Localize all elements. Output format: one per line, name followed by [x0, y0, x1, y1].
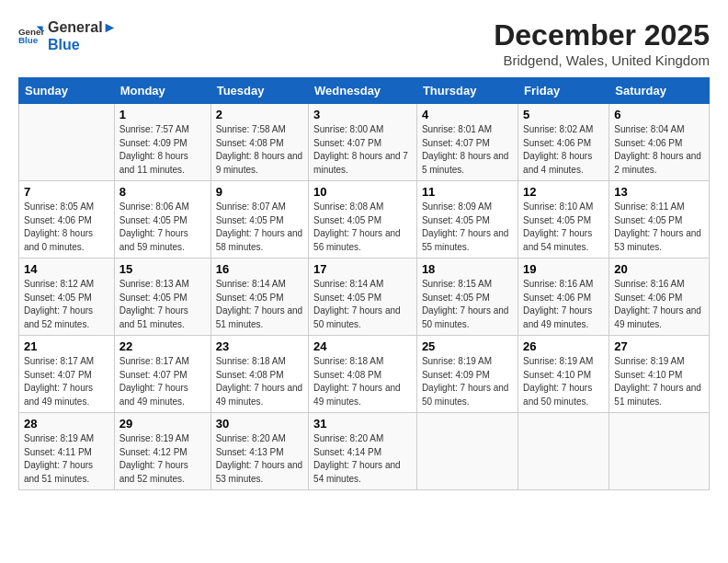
- day-number: 7: [24, 185, 109, 199]
- day-number: 24: [313, 339, 412, 353]
- day-number: 31: [313, 417, 412, 431]
- day-cell: 29Sunrise: 8:19 AMSunset: 4:12 PMDayligh…: [114, 413, 210, 490]
- day-number: 28: [24, 417, 109, 431]
- day-info: Sunrise: 8:06 AMSunset: 4:05 PMDaylight:…: [119, 201, 206, 254]
- header: General Blue General► Blue December 2025…: [18, 18, 710, 68]
- day-cell: [19, 104, 115, 181]
- day-number: 17: [313, 262, 412, 276]
- day-info: Sunrise: 8:12 AMSunset: 4:05 PMDaylight:…: [24, 278, 109, 331]
- day-info: Sunrise: 8:13 AMSunset: 4:05 PMDaylight:…: [119, 278, 206, 331]
- day-info: Sunrise: 8:07 AMSunset: 4:05 PMDaylight:…: [216, 201, 303, 254]
- day-number: 9: [216, 185, 303, 199]
- logo-icon: General Blue: [18, 23, 44, 49]
- week-row-2: 14Sunrise: 8:12 AMSunset: 4:05 PMDayligh…: [19, 259, 710, 336]
- day-info: Sunrise: 8:16 AMSunset: 4:06 PMDaylight:…: [614, 278, 704, 331]
- day-cell: 28Sunrise: 8:19 AMSunset: 4:11 PMDayligh…: [19, 413, 115, 490]
- day-cell: 1Sunrise: 7:57 AMSunset: 4:09 PMDaylight…: [114, 104, 210, 181]
- day-cell: 24Sunrise: 8:18 AMSunset: 4:08 PMDayligh…: [309, 336, 417, 413]
- day-cell: 13Sunrise: 8:11 AMSunset: 4:05 PMDayligh…: [609, 181, 710, 259]
- day-cell: 14Sunrise: 8:12 AMSunset: 4:05 PMDayligh…: [19, 259, 115, 336]
- day-number: 10: [313, 185, 412, 199]
- day-info: Sunrise: 8:10 AMSunset: 4:05 PMDaylight:…: [523, 201, 604, 254]
- day-number: 3: [313, 108, 412, 121]
- day-cell: 11Sunrise: 8:09 AMSunset: 4:05 PMDayligh…: [416, 181, 518, 259]
- day-number: 25: [422, 339, 513, 353]
- day-cell: 4Sunrise: 8:01 AMSunset: 4:07 PMDaylight…: [416, 104, 518, 181]
- header-cell-tuesday: Tuesday: [210, 78, 308, 104]
- week-row-4: 28Sunrise: 8:19 AMSunset: 4:11 PMDayligh…: [19, 413, 710, 490]
- header-row: SundayMondayTuesdayWednesdayThursdayFrid…: [19, 78, 710, 104]
- day-number: 16: [216, 262, 303, 276]
- day-number: 21: [24, 339, 109, 353]
- calendar-table: SundayMondayTuesdayWednesdayThursdayFrid…: [18, 77, 710, 490]
- day-info: Sunrise: 8:17 AMSunset: 4:07 PMDaylight:…: [24, 355, 109, 408]
- header-cell-thursday: Thursday: [416, 78, 518, 104]
- day-number: 11: [422, 185, 513, 199]
- day-info: Sunrise: 8:18 AMSunset: 4:08 PMDaylight:…: [313, 355, 412, 408]
- day-cell: 19Sunrise: 8:16 AMSunset: 4:06 PMDayligh…: [518, 259, 609, 336]
- day-number: 26: [523, 339, 604, 353]
- week-row-1: 7Sunrise: 8:05 AMSunset: 4:06 PMDaylight…: [19, 181, 710, 259]
- main-title: December 2025: [494, 18, 710, 52]
- day-number: 5: [523, 108, 604, 121]
- day-info: Sunrise: 7:57 AMSunset: 4:09 PMDaylight:…: [119, 123, 206, 177]
- day-cell: 6Sunrise: 8:04 AMSunset: 4:06 PMDaylight…: [609, 104, 710, 181]
- header-cell-wednesday: Wednesday: [309, 78, 417, 104]
- day-info: Sunrise: 8:19 AMSunset: 4:09 PMDaylight:…: [422, 355, 513, 408]
- header-cell-sunday: Sunday: [19, 78, 115, 104]
- day-cell: 18Sunrise: 8:15 AMSunset: 4:05 PMDayligh…: [416, 259, 518, 336]
- logo-text: General►: [48, 18, 117, 36]
- day-number: 13: [614, 185, 704, 199]
- day-info: Sunrise: 8:14 AMSunset: 4:05 PMDaylight:…: [313, 278, 412, 331]
- day-info: Sunrise: 8:20 AMSunset: 4:13 PMDaylight:…: [216, 432, 303, 486]
- day-cell: 27Sunrise: 8:19 AMSunset: 4:10 PMDayligh…: [609, 336, 710, 413]
- day-cell: [609, 413, 710, 490]
- day-cell: 15Sunrise: 8:13 AMSunset: 4:05 PMDayligh…: [114, 259, 210, 336]
- day-number: 15: [119, 262, 206, 276]
- day-info: Sunrise: 8:09 AMSunset: 4:05 PMDaylight:…: [422, 201, 513, 254]
- day-cell: 3Sunrise: 8:00 AMSunset: 4:07 PMDaylight…: [309, 104, 417, 181]
- day-cell: 16Sunrise: 8:14 AMSunset: 4:05 PMDayligh…: [210, 259, 308, 336]
- day-info: Sunrise: 8:00 AMSunset: 4:07 PMDaylight:…: [313, 123, 412, 177]
- day-number: 2: [216, 108, 303, 121]
- day-info: Sunrise: 8:20 AMSunset: 4:14 PMDaylight:…: [313, 432, 412, 486]
- day-info: Sunrise: 8:17 AMSunset: 4:07 PMDaylight:…: [119, 355, 206, 408]
- day-number: 4: [422, 108, 513, 121]
- day-cell: 2Sunrise: 7:58 AMSunset: 4:08 PMDaylight…: [210, 104, 308, 181]
- title-area: December 2025 Bridgend, Wales, United Ki…: [494, 18, 710, 68]
- day-cell: [416, 413, 518, 490]
- day-cell: 8Sunrise: 8:06 AMSunset: 4:05 PMDaylight…: [114, 181, 210, 259]
- day-number: 8: [119, 185, 206, 199]
- day-number: 20: [614, 262, 704, 276]
- logo: General Blue General► Blue: [18, 18, 117, 53]
- day-info: Sunrise: 8:08 AMSunset: 4:05 PMDaylight:…: [313, 201, 412, 254]
- day-number: 18: [422, 262, 513, 276]
- day-number: 23: [216, 339, 303, 353]
- day-cell: 25Sunrise: 8:19 AMSunset: 4:09 PMDayligh…: [416, 336, 518, 413]
- day-cell: 21Sunrise: 8:17 AMSunset: 4:07 PMDayligh…: [19, 336, 115, 413]
- day-number: 1: [119, 108, 206, 121]
- day-cell: 26Sunrise: 8:19 AMSunset: 4:10 PMDayligh…: [518, 336, 609, 413]
- week-row-3: 21Sunrise: 8:17 AMSunset: 4:07 PMDayligh…: [19, 336, 710, 413]
- day-number: 22: [119, 339, 206, 353]
- day-number: 6: [614, 108, 704, 121]
- day-cell: 31Sunrise: 8:20 AMSunset: 4:14 PMDayligh…: [309, 413, 417, 490]
- day-info: Sunrise: 8:04 AMSunset: 4:06 PMDaylight:…: [614, 123, 704, 177]
- day-number: 27: [614, 339, 704, 353]
- header-cell-saturday: Saturday: [609, 78, 710, 104]
- day-number: 29: [119, 417, 206, 431]
- day-cell: 5Sunrise: 8:02 AMSunset: 4:06 PMDaylight…: [518, 104, 609, 181]
- day-info: Sunrise: 8:16 AMSunset: 4:06 PMDaylight:…: [523, 278, 604, 331]
- day-info: Sunrise: 8:02 AMSunset: 4:06 PMDaylight:…: [523, 123, 604, 177]
- day-cell: 30Sunrise: 8:20 AMSunset: 4:13 PMDayligh…: [210, 413, 308, 490]
- day-cell: [518, 413, 609, 490]
- day-info: Sunrise: 8:19 AMSunset: 4:10 PMDaylight:…: [523, 355, 604, 408]
- day-info: Sunrise: 8:01 AMSunset: 4:07 PMDaylight:…: [422, 123, 513, 177]
- day-cell: 17Sunrise: 8:14 AMSunset: 4:05 PMDayligh…: [309, 259, 417, 336]
- header-cell-friday: Friday: [518, 78, 609, 104]
- day-cell: 12Sunrise: 8:10 AMSunset: 4:05 PMDayligh…: [518, 181, 609, 259]
- calendar-body: 1Sunrise: 7:57 AMSunset: 4:09 PMDaylight…: [19, 104, 710, 490]
- day-number: 14: [24, 262, 109, 276]
- day-info: Sunrise: 8:15 AMSunset: 4:05 PMDaylight:…: [422, 278, 513, 331]
- header-cell-monday: Monday: [114, 78, 210, 104]
